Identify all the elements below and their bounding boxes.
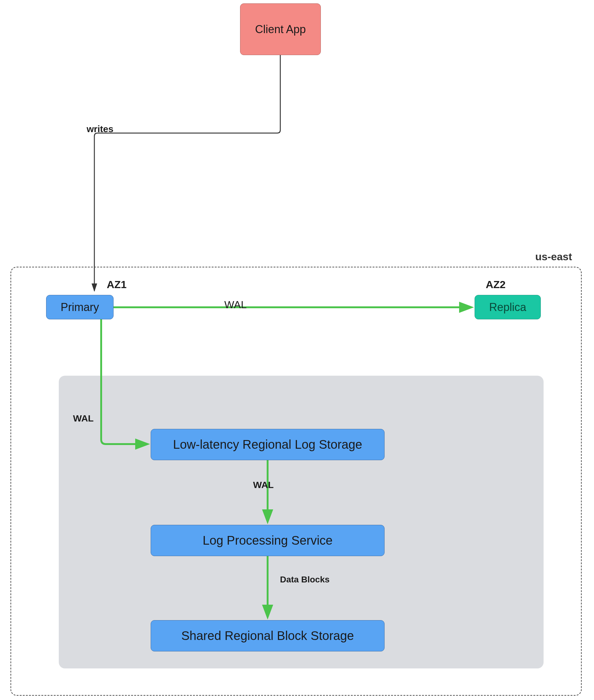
az1-label: AZ1 (107, 279, 127, 291)
node-replica: Replica (474, 295, 541, 319)
edge-label-datablocks: Data Blocks (280, 575, 329, 584)
edge-label-wal-vertical: WAL (73, 413, 94, 424)
edge-client-to-primary (94, 55, 280, 291)
edge-label-writes: writes (87, 124, 113, 134)
region-label: us-east (535, 251, 572, 263)
architecture-diagram: us-east AZ1 AZ2 Client App Primary Repli… (0, 0, 594, 700)
az2-label: AZ2 (486, 279, 505, 291)
node-log-storage: Low-latency Regional Log Storage (151, 429, 385, 460)
edge-label-wal-horizontal: WAL (224, 299, 246, 311)
node-client-app: Client App (240, 3, 321, 55)
edge-label-wal-mid: WAL (253, 480, 274, 490)
node-primary: Primary (46, 295, 113, 319)
node-block-storage: Shared Regional Block Storage (151, 620, 385, 651)
node-log-processing: Log Processing Service (151, 525, 385, 556)
